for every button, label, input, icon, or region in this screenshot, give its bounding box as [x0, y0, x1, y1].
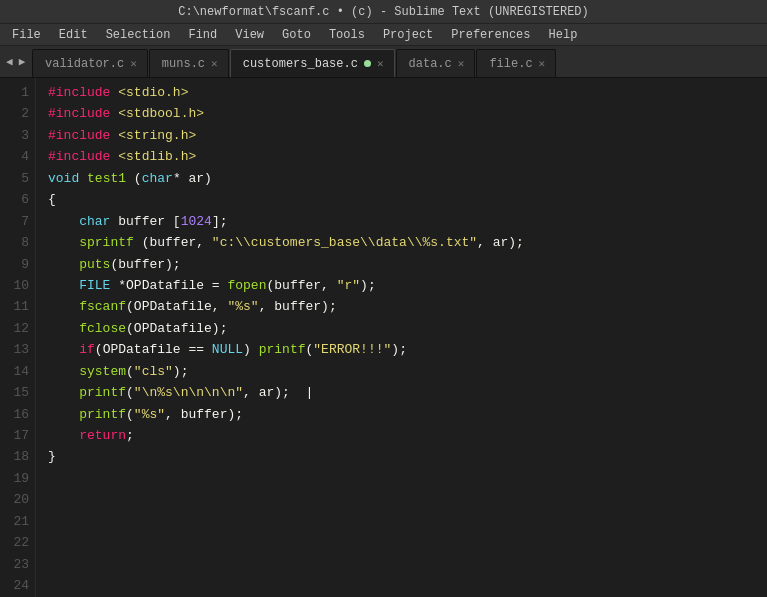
tab-nav-next[interactable]: ▶ — [17, 55, 28, 68]
line-num-1: 1 — [0, 82, 29, 103]
code-line-23: } — [48, 446, 767, 467]
menu-edit[interactable]: Edit — [51, 26, 96, 44]
code-line-2: #include <stdbool.h> — [48, 103, 767, 124]
line-num-17: 17 — [0, 425, 29, 446]
code-line-9: sprintf (buffer, "c:\\customers_base\\da… — [48, 232, 767, 253]
line-num-13: 13 — [0, 339, 29, 360]
tab-validator[interactable]: validator.c ✕ — [32, 49, 148, 77]
line-num-24: 24 — [0, 575, 29, 596]
tab-file[interactable]: file.c ✕ — [476, 49, 556, 77]
code-line-12: FILE *OPDatafile = fopen(buffer, "r"); — [48, 275, 767, 296]
tab-label: customers_base.c — [243, 57, 358, 71]
menu-view[interactable]: View — [227, 26, 272, 44]
menu-help[interactable]: Help — [541, 26, 586, 44]
menu-project[interactable]: Project — [375, 26, 441, 44]
menu-tools[interactable]: Tools — [321, 26, 373, 44]
tab-nav-prev[interactable]: ◀ — [4, 55, 15, 68]
line-num-20: 20 — [0, 489, 29, 510]
menu-file[interactable]: File — [4, 26, 49, 44]
line-num-7: 7 — [0, 211, 29, 232]
line-num-19: 19 — [0, 468, 29, 489]
tab-close[interactable]: ✕ — [211, 57, 218, 70]
line-num-5: 5 — [0, 168, 29, 189]
line-num-15: 15 — [0, 382, 29, 403]
title-text: C:\newformat\fscanf.c • (c) - Sublime Te… — [8, 5, 759, 19]
line-num-18: 18 — [0, 446, 29, 467]
title-bar: C:\newformat\fscanf.c • (c) - Sublime Te… — [0, 0, 767, 24]
code-line-16: if(OPDatafile == NULL) printf("ERROR!!!"… — [48, 339, 767, 360]
line-num-12: 12 — [0, 318, 29, 339]
code-line-7: { — [48, 189, 767, 210]
code-line-22: return; — [48, 425, 767, 446]
tab-close[interactable]: ✕ — [458, 57, 465, 70]
code-area[interactable]: #include <stdio.h> #include <stdbool.h> … — [36, 78, 767, 597]
line-num-22: 22 — [0, 532, 29, 553]
tab-customers[interactable]: customers_base.c ✕ — [230, 49, 395, 77]
tab-label: muns.c — [162, 57, 205, 71]
tab-label: validator.c — [45, 57, 124, 71]
tab-modified-dot — [364, 60, 371, 67]
code-line-8: char buffer [1024]; — [48, 211, 767, 232]
code-line-1: #include <stdio.h> — [48, 82, 767, 103]
line-num-11: 11 — [0, 296, 29, 317]
menu-preferences[interactable]: Preferences — [443, 26, 538, 44]
code-line-19: printf("\n%s\n\n\n\n", ar); — [48, 382, 767, 403]
code-line-3: #include <string.h> — [48, 125, 767, 146]
line-num-3: 3 — [0, 125, 29, 146]
code-line-14: fclose(OPDatafile); — [48, 318, 767, 339]
menu-selection[interactable]: Selection — [98, 26, 179, 44]
code-line-20: printf("%s", buffer); — [48, 404, 767, 425]
menu-bar: File Edit Selection Find View Goto Tools… — [0, 24, 767, 46]
code-line-4: #include <stdlib.h> — [48, 146, 767, 167]
tab-close[interactable]: ✕ — [377, 57, 384, 70]
line-num-21: 21 — [0, 511, 29, 532]
line-num-14: 14 — [0, 361, 29, 382]
line-num-6: 6 — [0, 189, 29, 210]
code-line-18: system("cls"); — [48, 361, 767, 382]
tab-muns[interactable]: muns.c ✕ — [149, 49, 229, 77]
line-num-10: 10 — [0, 275, 29, 296]
code-line-13: fscanf(OPDatafile, "%s", buffer); — [48, 296, 767, 317]
tab-bar: ◀ ▶ validator.c ✕ muns.c ✕ customers_bas… — [0, 46, 767, 78]
line-num-8: 8 — [0, 232, 29, 253]
code-line-10: puts(buffer); — [48, 254, 767, 275]
line-num-2: 2 — [0, 103, 29, 124]
line-num-9: 9 — [0, 254, 29, 275]
line-num-23: 23 — [0, 554, 29, 575]
tab-close[interactable]: ✕ — [130, 57, 137, 70]
tab-label: file.c — [489, 57, 532, 71]
line-num-16: 16 — [0, 404, 29, 425]
tab-label: data.c — [409, 57, 452, 71]
menu-find[interactable]: Find — [180, 26, 225, 44]
code-line-6: void test1 (char* ar) — [48, 168, 767, 189]
menu-goto[interactable]: Goto — [274, 26, 319, 44]
editor: 1 2 3 4 5 6 7 8 9 10 11 12 13 14 15 16 1… — [0, 78, 767, 597]
line-numbers: 1 2 3 4 5 6 7 8 9 10 11 12 13 14 15 16 1… — [0, 78, 36, 597]
tab-data[interactable]: data.c ✕ — [396, 49, 476, 77]
line-num-4: 4 — [0, 146, 29, 167]
tab-close[interactable]: ✕ — [539, 57, 546, 70]
